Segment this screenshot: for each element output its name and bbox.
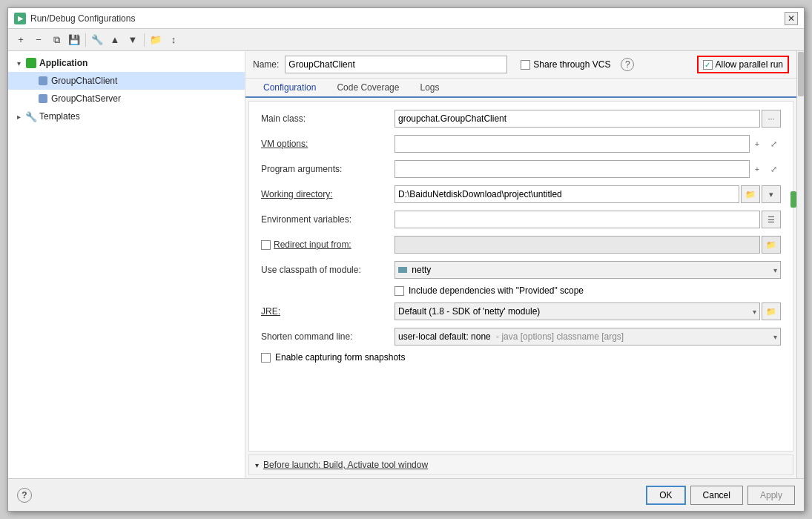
allow-parallel-run-checkbox[interactable]: ✓ [703, 60, 713, 70]
vm-options-add-btn[interactable]: + [750, 136, 765, 151]
classpath-dropdown-arrow: ▾ [773, 266, 777, 274]
tab-code-coverage[interactable]: Code Coverage [326, 79, 409, 98]
share-vcs-container: Share through VCS [521, 59, 610, 70]
tab-logs[interactable]: Logs [409, 79, 449, 98]
sidebar: ▾ Application GroupChatClient GroupChatS… [8, 51, 245, 478]
program-args-label: Program arguments: [261, 164, 395, 174]
application-icon [25, 57, 37, 69]
allow-parallel-run-container: ✓ Allow parallel run [697, 56, 789, 73]
help-button[interactable]: ? [17, 488, 32, 503]
before-launch-header: ▾ Before launch: Build, Activate tool wi… [255, 460, 787, 470]
main-content: ▾ Application GroupChatClient GroupChatS… [8, 51, 804, 478]
program-args-input[interactable] [395, 160, 750, 178]
copy-button[interactable]: ⧉ [48, 32, 65, 48]
ok-button[interactable]: OK [646, 486, 685, 505]
sidebar-item-groupchat-client[interactable]: GroupChatClient [8, 72, 245, 90]
jre-dropdown-arrow: ▾ [753, 308, 756, 316]
right-panel: Name: Share through VCS ? ✓ Allow parall… [245, 51, 796, 478]
folder-button[interactable]: 📁 [148, 32, 164, 48]
redirect-input-row: Redirect input from: 📁 [261, 235, 781, 254]
working-dir-label: Working directory: [261, 189, 395, 199]
working-dir-folder-btn[interactable]: 📁 [741, 185, 760, 203]
main-class-browse-btn[interactable]: ··· [762, 110, 781, 128]
main-class-input[interactable] [395, 110, 760, 128]
name-input[interactable] [285, 56, 507, 73]
right-scrollbar[interactable] [796, 51, 804, 478]
sidebar-groupchat-server-label: GroupChatServer [51, 93, 121, 104]
vm-options-label: VM options: [261, 139, 395, 149]
name-bar: Name: Share through VCS ? ✓ Allow parall… [245, 51, 796, 79]
expand-arrow-templates: ▸ [14, 113, 23, 121]
close-button[interactable]: ✕ [785, 12, 798, 25]
shorten-cmd-label: Shorten command line: [261, 331, 395, 342]
allow-parallel-run-label: Allow parallel run [716, 59, 783, 70]
tabs-bar: Configuration Code Coverage Logs [245, 79, 796, 98]
title-bar: ▶ Run/Debug Configurations ✕ [8, 8, 804, 29]
shorten-cmd-dropdown-arrow: ▾ [773, 333, 777, 341]
scroll-thumb[interactable] [798, 52, 804, 96]
classpath-label: Use classpath of module: [261, 265, 395, 275]
enable-capture-row: Enable capturing form snapshots [261, 352, 781, 363]
apply-button[interactable]: Apply [747, 486, 795, 505]
vm-options-row: VM options: + ⤢ [261, 134, 781, 153]
include-deps-row: Include dependencies with "Provided" sco… [395, 285, 781, 296]
before-launch-toggle[interactable]: ▾ [255, 461, 259, 469]
env-vars-row: Environment variables: ☰ [261, 210, 781, 229]
share-vcs-checkbox[interactable] [521, 60, 530, 70]
jre-value: Default (1.8 - SDK of 'netty' module) [398, 306, 540, 317]
help-icon-vcs[interactable]: ? [621, 58, 634, 71]
vm-options-expand-btn[interactable]: ⤢ [766, 136, 781, 151]
redirect-input-checkbox[interactable] [261, 240, 271, 250]
cancel-button[interactable]: Cancel [690, 486, 743, 505]
tab-configuration[interactable]: Configuration [253, 79, 326, 98]
move-up-button[interactable]: ▲ [107, 32, 123, 48]
sidebar-item-templates[interactable]: ▸ 🔧 Templates [8, 108, 245, 125]
main-class-row: Main class: ··· [261, 109, 781, 128]
sort-button[interactable]: ↕ [165, 32, 182, 48]
classpath-value: netty [398, 265, 431, 275]
working-dir-input[interactable] [395, 185, 739, 203]
enable-capture-checkbox[interactable] [261, 353, 271, 363]
vm-options-input[interactable] [395, 135, 750, 153]
env-vars-input[interactable] [395, 211, 760, 228]
remove-button[interactable]: − [30, 32, 47, 48]
sidebar-item-groupchat-server[interactable]: GroupChatServer [8, 90, 245, 108]
env-vars-edit-btn[interactable]: ☰ [762, 211, 781, 228]
program-args-add-btn[interactable]: + [750, 162, 765, 176]
sidebar-application-label: Application [39, 58, 88, 68]
move-down-button[interactable]: ▼ [125, 32, 141, 48]
main-class-label: Main class: [261, 113, 395, 124]
save-button[interactable]: 💾 [66, 32, 82, 48]
dialog-icon: ▶ [14, 13, 26, 24]
sidebar-item-application[interactable]: ▾ Application [8, 54, 245, 72]
classpath-dropdown[interactable]: netty ▾ [395, 261, 781, 279]
toolbar: + − ⧉ 💾 🔧 ▲ ▼ 📁 ↕ [8, 29, 804, 51]
program-args-expand-btn[interactable]: ⤢ [766, 162, 781, 176]
working-dir-dropdown-btn[interactable]: ▾ [762, 185, 781, 203]
redirect-input-label: Redirect input from: [274, 239, 351, 250]
config-icon-server [37, 93, 49, 105]
sidebar-templates-label: Templates [39, 111, 80, 122]
shorten-cmd-row: Shorten command line: user-local default… [261, 327, 781, 346]
settings-button[interactable]: 🔧 [89, 32, 105, 48]
dialog-title: Run/Debug Configurations [30, 13, 135, 24]
expand-arrow-application: ▾ [14, 59, 23, 67]
config-icon-client [37, 75, 49, 87]
jre-folder-btn[interactable]: 📁 [762, 303, 781, 320]
bottom-buttons: OK Cancel Apply [646, 486, 795, 505]
redirect-input-input[interactable] [395, 236, 760, 254]
jre-dropdown[interactable]: Default (1.8 - SDK of 'netty' module) ▾ [395, 303, 760, 320]
program-args-row: Program arguments: + ⤢ [261, 159, 781, 179]
before-launch-label: Before launch: Build, Activate tool wind… [263, 460, 428, 470]
jre-label: JRE: [261, 306, 395, 317]
name-label: Name: [253, 59, 279, 70]
share-vcs-label: Share through VCS [533, 59, 610, 70]
redirect-input-browse-btn[interactable]: 📁 [762, 236, 781, 254]
enable-capture-label: Enable capturing form snapshots [275, 352, 405, 363]
sidebar-groupchat-client-label: GroupChatClient [51, 76, 117, 86]
shorten-cmd-dropdown[interactable]: user-local default: none - java [options… [395, 328, 781, 346]
add-button[interactable]: + [13, 32, 29, 48]
config-panel: Main class: ··· VM options: + ⤢ [248, 101, 793, 452]
include-deps-checkbox[interactable] [395, 286, 404, 296]
green-side-indicator[interactable] [790, 191, 796, 208]
